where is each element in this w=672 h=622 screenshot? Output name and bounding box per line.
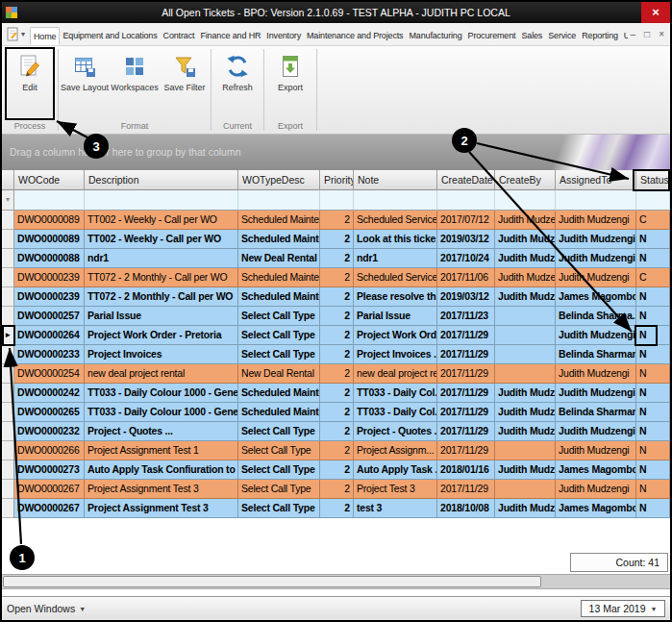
filter-cell-note[interactable]: [354, 190, 437, 211]
grid-cell[interactable]: 2017/11/29: [437, 403, 495, 422]
grid-cell[interactable]: N: [636, 345, 670, 364]
scrollbar-thumb[interactable]: [3, 576, 541, 587]
grid-cell[interactable]: TT002 - Weekly - Call per WO: [85, 230, 238, 249]
grid-cell[interactable]: DWO0000239: [14, 268, 85, 287]
grid-cell[interactable]: Parial Issue: [354, 307, 437, 326]
tab-sales[interactable]: Sales: [518, 27, 545, 45]
grid-cell[interactable]: DWO0000089: [14, 211, 85, 230]
grid-cell[interactable]: Project Work Ord...: [354, 326, 437, 345]
grid-cell[interactable]: Scheduled Service: [354, 268, 437, 287]
column-header-note[interactable]: Note: [354, 170, 437, 190]
grid-cell[interactable]: 2: [320, 326, 354, 345]
grid-cell[interactable]: Parial Issue: [85, 307, 238, 326]
table-row[interactable]: ►DWO0000264Project Work Order - Pretoria…: [2, 326, 670, 345]
restore-icon[interactable]: □: [644, 29, 650, 39]
grid-cell[interactable]: Judith Mudzengi: [556, 230, 636, 249]
export-button[interactable]: Export: [266, 51, 314, 92]
grid-cell[interactable]: Belinda Sharmane: [556, 345, 636, 364]
table-row[interactable]: DWO0000267Project Assignment Test 3Selec…: [2, 499, 670, 518]
grid-cell[interactable]: N: [636, 441, 670, 460]
grid-cell[interactable]: Look at this ticke...: [354, 230, 437, 249]
grid-cell[interactable]: N: [636, 480, 670, 499]
grid-cell[interactable]: Auto Apply Task Confiuration to ...: [85, 460, 238, 480]
filter-cell-assignedto[interactable]: [556, 190, 636, 211]
grid-cell[interactable]: Judith Mudzengi: [495, 384, 556, 403]
edit-button[interactable]: Edit: [6, 51, 54, 92]
grid-cell[interactable]: Judith Mudzengi: [495, 287, 556, 307]
table-row[interactable]: DWO0000239TT072 - 2 Monthly - Call per W…: [2, 287, 670, 307]
grid-cell[interactable]: Judith Mudzengi: [556, 211, 636, 230]
grid-cell[interactable]: N: [636, 249, 670, 268]
grid-cell[interactable]: [495, 364, 556, 384]
table-row[interactable]: DWO0000089TT002 - Weekly - Call per WOSc…: [2, 230, 670, 249]
grid-cell[interactable]: Select Call Type: [238, 326, 320, 345]
column-header-createdate[interactable]: CreateDate: [437, 170, 495, 190]
column-header-priority[interactable]: Priority: [320, 170, 354, 190]
table-row[interactable]: DWO0000242TT033 - Daily Colour 1000 - Ge…: [2, 384, 670, 403]
grid-cell[interactable]: DWO0000267: [14, 499, 85, 518]
tab-home[interactable]: Home: [30, 27, 60, 45]
grid-cell[interactable]: James Magombo: [556, 287, 636, 307]
grid-cell[interactable]: 2: [320, 268, 354, 287]
filter-cell-createdate[interactable]: [437, 190, 495, 211]
grid-cell[interactable]: DWO0000233: [14, 345, 85, 364]
tab-finance-and-hr[interactable]: Finance and HR: [197, 27, 263, 45]
grid-cell[interactable]: 2019/03/12: [437, 230, 495, 249]
save-filter-button[interactable]: Save Filter: [161, 51, 209, 92]
grid-cell[interactable]: DWO0000257: [14, 307, 85, 326]
table-row[interactable]: DWO0000265TT033 - Daily Colour 1000 - Ge…: [2, 403, 670, 422]
grid-cell[interactable]: 2: [320, 230, 354, 249]
table-row[interactable]: DWO0000233Project InvoicesSelect Call Ty…: [2, 345, 670, 364]
grid-cell[interactable]: Select Call Type: [238, 307, 320, 326]
grid-cell[interactable]: 2018/01/16: [437, 460, 495, 480]
grid-cell[interactable]: TT033 - Daily Col...: [354, 403, 437, 422]
column-header-description[interactable]: Description: [85, 170, 238, 190]
filter-cell-description[interactable]: [85, 190, 238, 211]
grid-cell[interactable]: [495, 345, 556, 364]
open-windows-button[interactable]: Open Windows ▼: [7, 603, 86, 614]
grid-cell[interactable]: Scheduled Maintenance: [238, 403, 320, 422]
grid-cell[interactable]: Select Call Type: [238, 422, 320, 441]
tab-equipment-and-locations[interactable]: Equipment and Locations: [60, 27, 160, 45]
grid-cell[interactable]: Project Work Order - Pretoria: [85, 326, 238, 345]
grid-cell[interactable]: New Deal Rental: [238, 364, 320, 384]
grid-cell[interactable]: Judith Mudzengi: [495, 211, 556, 230]
grid-cell[interactable]: Project - Quotes ...: [354, 422, 437, 441]
table-row[interactable]: DWO0000267Project Assignment Test 3Selec…: [2, 480, 670, 499]
grid-cell[interactable]: Project Invoices: [85, 345, 238, 364]
workspaces-button[interactable]: Workspaces: [111, 51, 159, 92]
table-row[interactable]: DWO0000257Parial IssueSelect Call Type2P…: [2, 307, 670, 326]
quick-access-button[interactable]: ▾: [5, 23, 27, 45]
tab-manufacturing[interactable]: Manufacturing: [406, 27, 464, 45]
grid-cell[interactable]: DWO0000266: [14, 441, 85, 460]
grid-cell[interactable]: 2017/11/29: [437, 422, 495, 441]
column-header-wotypedesc[interactable]: WOTypeDesc: [238, 170, 320, 190]
grid-cell[interactable]: DWO0000254: [14, 364, 85, 384]
quick-access-dropdown-icon[interactable]: ▾: [21, 30, 25, 38]
grid-cell[interactable]: N: [636, 499, 670, 518]
grid-cell[interactable]: Judith Mudzengi: [556, 480, 636, 499]
grid-cell[interactable]: N: [636, 384, 670, 403]
grid-cell[interactable]: DWO0000239: [14, 287, 85, 307]
grid-cell[interactable]: Judith Mudzengi: [495, 403, 556, 422]
grid-cell[interactable]: Project Assignment Test 3: [85, 480, 238, 499]
grid-cell[interactable]: TT033 - Daily Colour 1000 - Gener...: [85, 384, 238, 403]
grid-cell[interactable]: Judith Mudzengi: [556, 422, 636, 441]
tab-reporting[interactable]: Reporting: [579, 27, 621, 45]
minimize-icon[interactable]: –: [631, 29, 636, 39]
close-button[interactable]: ×: [641, 2, 670, 23]
grid-cell[interactable]: Select Call Type: [238, 460, 320, 480]
filter-cell-status[interactable]: [636, 190, 670, 211]
grid-cell[interactable]: Judith Mudzengi: [495, 460, 556, 480]
table-row[interactable]: DWO0000088ndr1New Deal Rental2ndr12017/1…: [2, 249, 670, 268]
table-row[interactable]: DWO0000254new deal project rentalNew Dea…: [2, 364, 670, 384]
grid-cell[interactable]: test 3: [354, 499, 437, 518]
grid-cell[interactable]: 2: [320, 422, 354, 441]
tab-contract[interactable]: Contract: [161, 27, 198, 45]
grid-cell[interactable]: Judith Mudzengi: [556, 384, 636, 403]
grid-cell[interactable]: Select Call Type: [238, 499, 320, 518]
grid-cell[interactable]: 2: [320, 364, 354, 384]
grid-cell[interactable]: N: [636, 403, 670, 422]
tab-procurement[interactable]: Procurement: [465, 27, 519, 45]
grid-cell[interactable]: Judith Mudzengi: [556, 364, 636, 384]
